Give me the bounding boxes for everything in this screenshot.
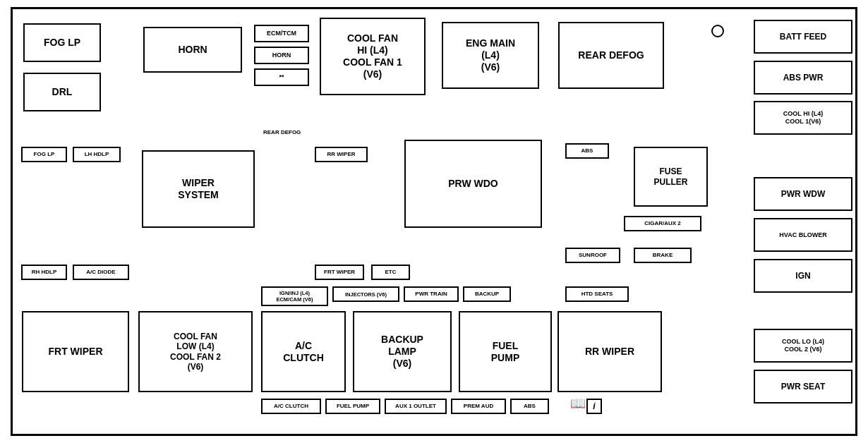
ign: IGN [754, 259, 852, 293]
prw-wdo: PRW WDO [404, 140, 542, 228]
eng-main: ENG MAIN(L4)(V6) [442, 22, 539, 89]
info-icon: i [586, 399, 602, 414]
book-icon: 📖 [570, 396, 586, 411]
ign-inj-l4: IGN/INJ (L4)ECM/CAM (V6) [261, 286, 328, 306]
drl: DRL [23, 73, 101, 111]
wiper-system: WIPERSYSTEM [142, 150, 255, 228]
horn-star: ** [254, 68, 309, 86]
fuel-pump-small: FUEL PUMP [325, 399, 380, 414]
ac-clutch-small: A/C CLUTCH [261, 399, 321, 414]
prem-aud: PREM AUD [451, 399, 506, 414]
ac-diode: A/C DIODE [73, 265, 129, 280]
fuel-pump-large: FUELPUMP [459, 311, 552, 392]
ac-clutch-large: A/CCLUTCH [261, 311, 346, 392]
fuse-puller: FUSEPULLER [634, 147, 708, 207]
fog-lp-small: FOG LP [21, 147, 67, 162]
frt-wiper-small: FRT WIPER [315, 265, 364, 280]
horn-small: HORN [254, 47, 309, 64]
horn: HORN [143, 27, 242, 73]
htd-seats: HTD SEATS [565, 286, 629, 302]
ecm-tcm: ECM/TCM [254, 25, 309, 42]
cigar-aux2: CIGAR/AUX 2 [624, 216, 701, 231]
frt-wiper-large: FRT WIPER [22, 311, 129, 392]
lh-hdlp: LH HDLP [73, 147, 121, 162]
backup: BACKUP [463, 286, 511, 302]
pwr-wdw: PWR WDW [754, 177, 852, 211]
cool-hi-l4: COOL HI (L4)COOL 1(V6) [754, 101, 852, 135]
sunroof: SUNROOF [565, 248, 620, 263]
rear-defog-large: REAR DEFOG [558, 22, 664, 89]
fuse-diagram: FOG LP DRL HORN ECM/TCM HORN ** COOL FAN… [11, 7, 857, 436]
circle-icon [711, 25, 724, 37]
rear-defog-label: REAR DEFOG [263, 129, 301, 136]
etc: ETC [371, 265, 410, 280]
rr-wiper-small: RR WIPER [315, 147, 368, 162]
pwr-train: PWR TRAIN [404, 286, 459, 302]
abs-pwr: ABS PWR [754, 61, 852, 95]
backup-lamp: BACKUPLAMP(V6) [353, 311, 452, 392]
cool-fan-hi: COOL FANHI (L4)COOL FAN 1(V6) [320, 18, 426, 95]
pwr-seat: PWR SEAT [754, 370, 852, 403]
hvac-blower: HVAC BLOWER [754, 218, 852, 252]
brake: BRAKE [634, 248, 692, 263]
aux1-outlet: AUX 1 OUTLET [385, 399, 447, 414]
injectors-v6: INJECTORS (V6) [332, 286, 399, 302]
batt-feed: BATT FEED [754, 20, 852, 54]
rh-hdlp: RH HDLP [21, 265, 67, 280]
cool-lo-l4: COOL LO (L4)COOL 2 (V6) [754, 329, 852, 363]
abs-small: ABS [565, 143, 609, 159]
fog-lp-large: FOG LP [23, 23, 101, 62]
rr-wiper-large: RR WIPER [557, 311, 662, 392]
abs-bottom: ABS [510, 399, 549, 414]
cool-fan-low: COOL FANLOW (L4)COOL FAN 2(V6) [138, 311, 253, 392]
